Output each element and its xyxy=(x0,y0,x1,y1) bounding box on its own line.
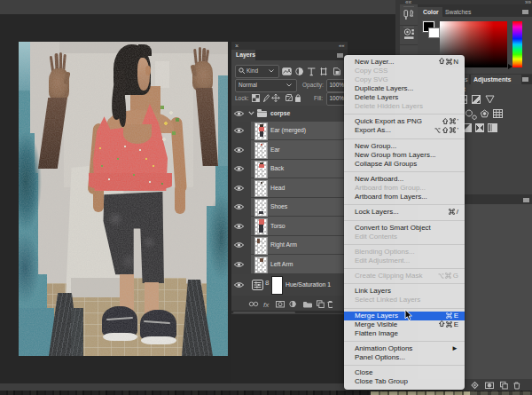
svg-text:fx: fx xyxy=(263,300,270,308)
